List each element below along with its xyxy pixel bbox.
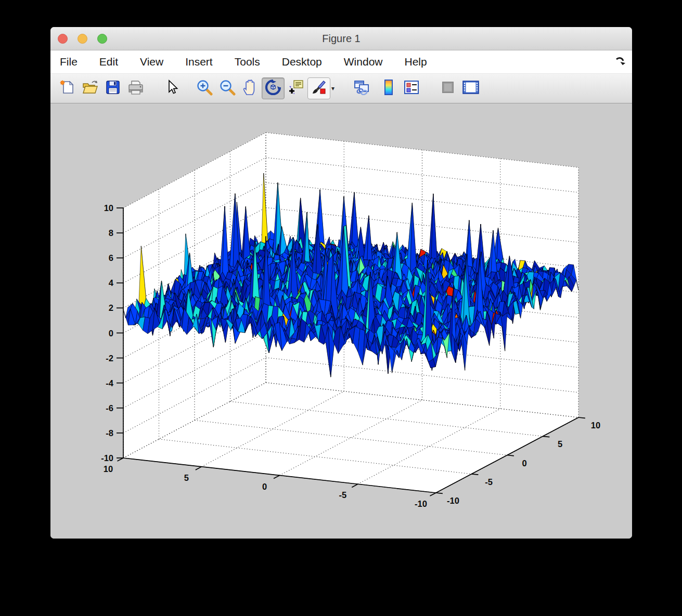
zoom-in-button[interactable] — [193, 77, 216, 99]
insert-colorbar-button[interactable] — [377, 77, 400, 99]
menu-view[interactable]: View — [140, 56, 163, 68]
data-cursor-button[interactable] — [285, 77, 307, 99]
svg-text:-10: -10 — [415, 499, 427, 508]
menu-desktop[interactable]: Desktop — [282, 56, 322, 68]
open-file-icon — [82, 80, 98, 97]
menu-edit[interactable]: Edit — [99, 56, 118, 68]
title-bar[interactable]: Figure 1 — [50, 27, 632, 50]
svg-text:10: 10 — [591, 421, 600, 430]
dock-figure-arrow-icon[interactable] — [614, 55, 627, 70]
hide-plot-tools-icon — [441, 80, 455, 97]
svg-text:-6: -6 — [106, 403, 113, 413]
svg-text:-4: -4 — [106, 378, 113, 388]
edit-plot-cursor-button[interactable] — [161, 77, 184, 99]
svg-text:5: 5 — [558, 439, 562, 449]
figure-toolbar: ▾ — [50, 74, 632, 103]
svg-text:4: 4 — [109, 278, 114, 287]
brush-data-button[interactable] — [307, 77, 330, 99]
menu-help[interactable]: Help — [404, 56, 427, 68]
zoom-button[interactable] — [97, 34, 107, 44]
link-plot-icon — [353, 80, 370, 97]
rotate-3d-icon — [265, 79, 281, 98]
svg-text:0: 0 — [109, 329, 113, 338]
new-figure-icon — [59, 80, 75, 97]
svg-text:0: 0 — [262, 482, 267, 491]
zoom-in-icon — [196, 79, 213, 98]
insert-colorbar-icon — [383, 79, 394, 98]
show-plot-tools-icon — [462, 80, 480, 97]
menu-file[interactable]: File — [60, 56, 78, 68]
figure-window: Figure 1 FileEditViewInsertToolsDesktopW… — [50, 27, 632, 539]
surface-plot-axes[interactable]: -10-8-6-4-20246810-10-50510-10-50510 — [50, 103, 632, 539]
svg-text:10: 10 — [104, 464, 113, 474]
svg-text:6: 6 — [109, 253, 113, 263]
save-figure-icon — [105, 80, 121, 97]
svg-text:5: 5 — [184, 473, 189, 482]
svg-text:8: 8 — [109, 228, 113, 238]
svg-text:-2: -2 — [106, 353, 113, 363]
data-cursor-icon — [288, 79, 304, 98]
svg-text:10: 10 — [104, 203, 113, 213]
edit-plot-cursor-icon — [165, 80, 179, 97]
svg-text:-8: -8 — [106, 428, 113, 438]
svg-text:0: 0 — [522, 458, 526, 468]
svg-text:-5: -5 — [485, 477, 493, 487]
zoom-out-icon — [219, 79, 236, 98]
menu-insert[interactable]: Insert — [185, 56, 213, 68]
show-plot-tools-button[interactable] — [459, 77, 482, 99]
svg-text:-10: -10 — [447, 496, 459, 505]
window-controls — [58, 27, 107, 50]
close-button[interactable] — [58, 34, 68, 44]
save-figure-button[interactable] — [101, 77, 124, 99]
rotate-3d-button[interactable] — [262, 77, 285, 99]
brush-dropdown-caret[interactable]: ▾ — [331, 85, 334, 92]
menu-tools[interactable]: Tools — [235, 56, 260, 68]
link-plot-button[interactable] — [350, 77, 373, 99]
print-figure-icon — [127, 80, 144, 97]
brush-data-icon — [311, 80, 327, 97]
figure-canvas: -10-8-6-4-20246810-10-50510-10-50510 — [50, 103, 632, 539]
open-file-button[interactable] — [79, 77, 101, 99]
pan-hand-icon — [242, 79, 258, 98]
svg-text:-5: -5 — [339, 490, 346, 500]
hide-plot-tools-button — [436, 77, 459, 99]
insert-legend-icon — [403, 80, 420, 97]
new-figure-button[interactable] — [56, 77, 79, 99]
menu-bar: FileEditViewInsertToolsDesktopWindowHelp — [50, 50, 632, 74]
svg-text:-10: -10 — [101, 453, 113, 463]
menu-window[interactable]: Window — [344, 56, 383, 68]
pan-hand-button[interactable] — [239, 77, 262, 99]
print-figure-button[interactable] — [124, 77, 147, 99]
insert-legend-button[interactable] — [400, 77, 423, 99]
zoom-out-button[interactable] — [216, 77, 239, 99]
svg-text:2: 2 — [109, 303, 113, 312]
minimize-button[interactable] — [78, 34, 87, 44]
window-title: Figure 1 — [322, 33, 360, 45]
